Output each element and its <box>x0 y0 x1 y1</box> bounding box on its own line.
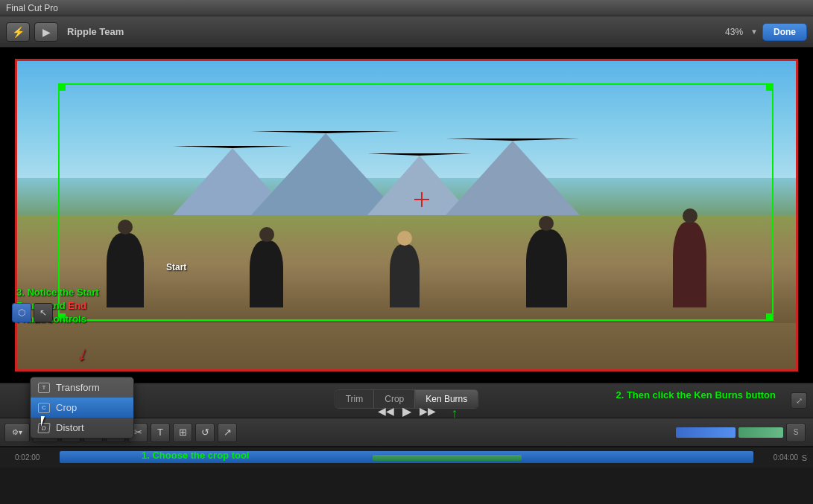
export-tool[interactable]: ↗ <box>218 423 237 442</box>
time-marker-3: 0:04:00 <box>774 453 798 462</box>
menu-item-crop[interactable]: C Crop <box>31 398 133 418</box>
crop-menu-popup: T Transform C Crop D Distort <box>30 377 134 438</box>
cut-icon: ✂ <box>134 427 142 438</box>
app-title: Final Cut Pro <box>6 3 58 13</box>
video-preview: End Start 3. Notice the Start Frame and … <box>0 48 813 383</box>
menu-item-distort[interactable]: D Distort <box>31 418 133 438</box>
lightning-icon: ⚡ <box>12 26 25 38</box>
transport-controls: ◀◀ ▶ ▶▶ <box>378 403 436 419</box>
zoom-level: 43% <box>725 27 743 37</box>
timeline: 0:02:00 0:03:00 0:04:00 S <box>0 447 813 468</box>
people-area <box>56 138 757 308</box>
main-area: End Start 3. Notice the Start Frame and … <box>0 48 813 383</box>
transform-label: Transform <box>56 382 100 393</box>
bottom-left-tools: ⬡ ↖ <box>12 303 53 322</box>
share-icon: ↺ <box>201 427 209 438</box>
transform-crop-btn[interactable]: ⬡ <box>12 303 31 322</box>
crop-annotation-text: 1. Choose the crop tool <box>142 450 249 461</box>
grid-icon: ⊞ <box>179 427 187 438</box>
team-name: Ripple Team <box>67 26 124 37</box>
person-head-4 <box>539 216 554 231</box>
play-icon: ▶ <box>42 26 51 38</box>
ken-burns-annotation: 2. Then click the Ken Burns button <box>616 389 776 401</box>
secondary-tool-btn[interactable]: ↖ <box>34 303 53 322</box>
play-icon: ▶ <box>402 404 411 418</box>
annotation-line1: 3. Notice the Start <box>16 287 99 298</box>
waveform-blue <box>676 427 736 438</box>
done-button[interactable]: Done <box>762 23 807 41</box>
distort-menu-icon: D <box>37 423 50 433</box>
grid-tool[interactable]: ⊞ <box>173 423 192 442</box>
transport-prev[interactable]: ◀◀ <box>378 403 394 419</box>
menu-item-transform[interactable]: T Transform <box>31 377 133 398</box>
annotation-end-red: End <box>68 300 86 311</box>
text-tool[interactable]: T <box>151 423 170 442</box>
distort-label: Distort <box>56 422 84 433</box>
share-tool[interactable]: ↺ <box>195 423 215 442</box>
s-indicator[interactable]: S <box>786 423 806 442</box>
person-head-5 <box>683 208 697 223</box>
video-frame: End Start <box>15 59 798 371</box>
crop-label: Crop <box>56 402 77 413</box>
time-marker-1: 0:02:00 <box>15 453 39 462</box>
top-toolbar: ⚡ ▶ Ripple Team 43% ▼ Done <box>0 16 813 48</box>
transport-next[interactable]: ▶▶ <box>420 403 436 419</box>
start-label: Start <box>166 262 186 272</box>
play-btn[interactable]: ▶ <box>34 22 58 42</box>
secondary-icon: ↖ <box>39 307 47 318</box>
text-icon: T <box>157 427 163 438</box>
timeline-audio-clip[interactable] <box>373 455 522 461</box>
expand-button[interactable]: ⤢ <box>791 392 807 409</box>
title-bar: Final Cut Pro <box>0 0 813 16</box>
prev-icon: ◀◀ <box>378 405 394 417</box>
tab-trim[interactable]: Trim <box>335 390 375 408</box>
crosshair <box>414 192 429 207</box>
person-head-3 <box>397 231 412 246</box>
zoom-down-arrow[interactable]: ▼ <box>750 28 758 36</box>
s-marker: S <box>802 453 807 462</box>
kb-green-arrow: ↑ <box>452 406 458 421</box>
lightning-btn[interactable]: ⚡ <box>6 22 30 42</box>
transform-tool-icon: ⚙▾ <box>12 428 22 436</box>
transform-icon: ⬡ <box>18 307 25 318</box>
transport-play[interactable]: ▶ <box>399 403 415 419</box>
crop-menu-icon: C <box>38 403 50 413</box>
export-icon: ↗ <box>224 427 232 438</box>
next-icon: ▶▶ <box>420 405 436 417</box>
waveform-green <box>738 427 783 438</box>
transform-tool[interactable]: ⚙▾ <box>4 423 30 442</box>
person-head-1 <box>118 220 133 235</box>
person-head-2 <box>259 227 274 242</box>
transform-menu-icon: T <box>38 383 50 393</box>
